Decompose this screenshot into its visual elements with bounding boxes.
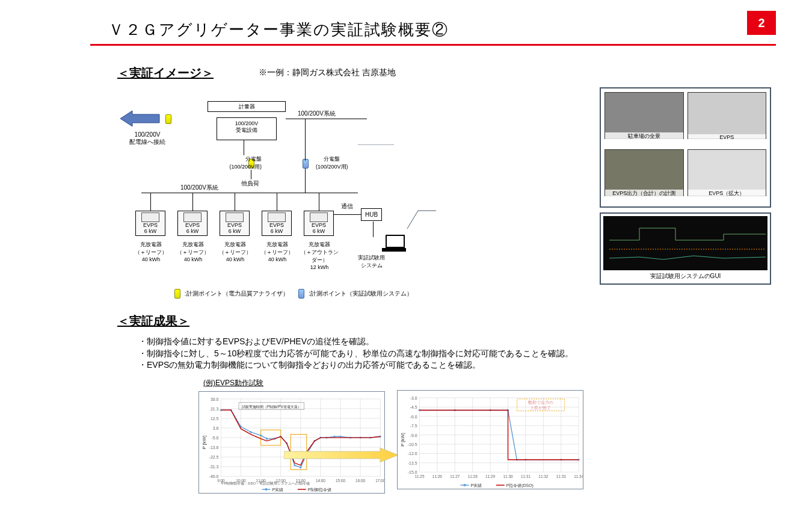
comm-label: 通信 <box>341 202 353 211</box>
svg-text:P実績: P実績 <box>272 488 283 492</box>
svg-point-49 <box>294 464 295 466</box>
svg-point-50 <box>300 466 301 468</box>
photo-panel: 駐車場の全景 EVPS EVPS出力（合計）の計測 EVPS（拡大） <box>600 87 771 208</box>
svg-text:11:28: 11:28 <box>468 474 478 479</box>
svg-text:-22.5: -22.5 <box>209 455 219 459</box>
meter-box: 計量器 <box>208 101 286 112</box>
section-image-heading: ＜実証イメージ＞ <box>117 65 214 81</box>
zoom-arrow-icon <box>284 448 398 462</box>
evps-power: 6 kW <box>179 228 206 234</box>
svg-text:30.0: 30.0 <box>211 397 219 401</box>
svg-text:11:33: 11:33 <box>556 474 566 479</box>
svg-text:11:25: 11:25 <box>414 474 424 479</box>
line2-label: 100/200V系統 <box>180 184 218 192</box>
svg-text:-5.0: -5.0 <box>212 436 219 440</box>
evps-unit-2: EVPS 6 kW <box>177 211 208 236</box>
svg-text:11:31: 11:31 <box>521 474 531 479</box>
photo-cap-2: EVPS <box>688 134 766 140</box>
svg-text:P実績: P実績 <box>470 483 482 488</box>
svg-marker-0 <box>120 111 159 126</box>
svg-text:-13.5: -13.5 <box>408 461 417 465</box>
svg-point-56 <box>339 436 341 438</box>
svg-text:上昇が完了: 上昇が完了 <box>530 406 551 410</box>
svg-text:P指令値(DSO): P指令値(DSO) <box>506 483 534 488</box>
system-diagram: 100/200V 配電線へ接続 計量器 100/200V 受電設備 100/20… <box>117 90 586 307</box>
svg-text:12.5: 12.5 <box>211 417 219 421</box>
page-title: Ｖ２Ｇアグリゲーター事業の実証試験概要② <box>108 19 449 40</box>
bullet-item: ・EVPSの無効電力制御機能について制御指令どおりの出力応答が可能であることを確… <box>138 359 573 371</box>
evps-unit-5: EVPS 6 kW <box>304 211 334 236</box>
photo-cap-4: EVPS（拡大） <box>688 190 766 197</box>
evps-power: 6 kW <box>263 228 290 234</box>
svg-text:-10.5: -10.5 <box>408 442 417 447</box>
page-number-badge: 2 <box>747 11 776 35</box>
svg-text:-12.0: -12.0 <box>408 451 417 456</box>
gui-panel: 実証試験用システムのGUI <box>600 212 771 285</box>
svg-rect-1 <box>603 216 767 270</box>
evps-power: 6 kW <box>306 228 332 234</box>
grid-connect-label: 100/200V 配電線へ接続 <box>117 131 177 146</box>
evps-unit-1: EVPS 6 kW <box>135 211 165 236</box>
legend-blue-icon <box>298 289 304 299</box>
evps-unit-4: EVPS 6 kW <box>262 211 292 236</box>
chart-evps-full: -40.0-31.3-22.5-13.8-5.03.812.521.330.09… <box>198 391 385 494</box>
charger-label-1: 充放電器（＋リーフ）40 kWh <box>132 241 170 262</box>
svg-text:試験実施時間（P制御/PV発電欠落）: 試験実施時間（P制御/PV発電欠落） <box>242 404 301 409</box>
section-image-note: ※一例：静岡ガス株式会社 吉原基地 <box>259 67 396 78</box>
photo-cap-1: 駐車場の全景 <box>605 132 683 140</box>
bullet-item: ・制御指令値に対するEVPSおよびEV/PHEVの追従性を確認。 <box>138 336 573 348</box>
evps-title: EVPS <box>306 222 332 228</box>
photo-output-meas: EVPS出力（合計）の計測 <box>604 149 684 196</box>
results-bullets: ・制御指令値に対するEVPSおよびEV/PHEVの追従性を確認。・制御指令に対し… <box>138 336 573 371</box>
svg-text:-4.5: -4.5 <box>410 405 417 409</box>
svg-text:11:30: 11:30 <box>503 474 513 479</box>
svg-text:P [kW]: P [kW] <box>400 433 405 447</box>
legend-yellow-text: :計測ポイント（電力品質アナライザ） <box>185 290 289 297</box>
section-results-heading: ＜実証成果＞ <box>117 313 189 329</box>
svg-text:11:32: 11:32 <box>538 474 548 479</box>
svg-text:数秒で出力の: 数秒で出力の <box>528 400 553 404</box>
chart-example-caption: (例)EVPS動作試験 <box>203 378 263 388</box>
svg-point-122 <box>464 484 466 486</box>
svg-text:14:00: 14:00 <box>316 479 325 483</box>
svg-point-44 <box>260 435 262 436</box>
svg-point-55 <box>334 436 336 438</box>
evps-title: EVPS <box>179 222 206 228</box>
svg-text:-3.0: -3.0 <box>410 396 417 400</box>
evps-power: 6 kW <box>221 228 248 234</box>
svg-text:-31.3: -31.3 <box>209 465 219 469</box>
svg-text:P [kW]: P [kW] <box>201 435 207 449</box>
svg-text:P制御指令値: P制御指令値 <box>308 488 332 492</box>
svg-text:15:00: 15:00 <box>336 479 345 483</box>
svg-text:21.3: 21.3 <box>211 407 219 411</box>
photo-parking: 駐車場の全景 <box>604 92 684 139</box>
evps-title: EVPS <box>221 222 248 228</box>
evps-unit-3: EVPS 6 kW <box>220 211 250 236</box>
gui-caption: 実証試験用システムのGUI <box>603 272 767 280</box>
svg-point-65 <box>265 488 268 491</box>
svg-text:3.8: 3.8 <box>213 426 219 430</box>
svg-text:11:27: 11:27 <box>450 474 460 479</box>
charger-label-3: 充放電器（＋リーフ）40 kWh <box>216 241 254 262</box>
evps-title: EVPS <box>137 222 164 228</box>
photo-evps: EVPS <box>687 92 767 139</box>
legend-row: :計測ポイント（電力品質アナライザ） :計測ポイント（実証試験用システム） <box>174 289 413 299</box>
bullet-item: ・制御指令に対し、5～10秒程度で出力応答が可能であり、秒単位の高速な制御指令に… <box>138 348 573 360</box>
dist2-label: 分電盤 (100/200V用) <box>316 155 348 171</box>
svg-marker-70 <box>284 448 398 462</box>
photo-evps-zoom: EVPS（拡大） <box>687 149 767 196</box>
svg-text:-13.8: -13.8 <box>209 445 219 450</box>
svg-text:11:34: 11:34 <box>574 474 583 479</box>
charger-label-2: 充放電器（＋リーフ）40 kWh <box>174 241 212 262</box>
svg-text:-6.0: -6.0 <box>410 415 417 419</box>
legend-blue-text: :計測ポイント（実証試験用システム） <box>309 290 413 297</box>
svg-point-45 <box>266 438 268 439</box>
svg-text:-9.0: -9.0 <box>410 433 417 438</box>
svg-text:11:26: 11:26 <box>432 474 442 479</box>
laptop-icon <box>382 235 406 252</box>
evps-power: 6 kW <box>137 228 164 234</box>
svg-text:11:29: 11:29 <box>485 474 495 479</box>
recv-facility-box: 100/200V 受電設備 <box>217 117 277 140</box>
gui-screenshot <box>603 216 767 270</box>
title-underline <box>90 44 776 46</box>
